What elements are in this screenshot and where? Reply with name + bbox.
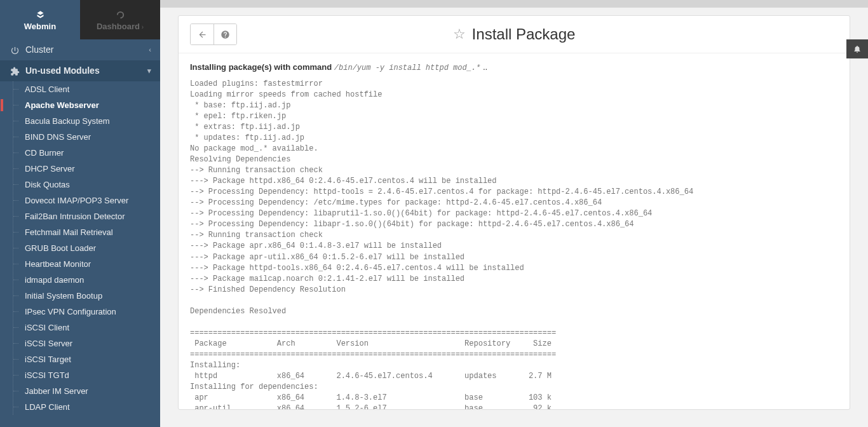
tab-webmin[interactable]: Webmin [0,0,80,39]
panel-body: Installing package(s) with command /bin/… [179,53,850,409]
sidebar-item-label: Fetchmail Mail Retrieval [25,227,113,237]
install-prefix: Installing package(s) with command [190,62,334,72]
sidebar-cat-unused[interactable]: Un-used Modules ▾ [0,60,160,81]
page-title: Install Package [472,25,576,43]
sidebar-item-bind-dns-server[interactable]: BIND DNS Server [13,129,160,145]
sidebar-item-label: ADSL Client [25,85,69,94]
command-output: Loaded plugins: fastestmirror Loading mi… [190,79,838,409]
sidebar-item-label: idmapd daemon [25,275,84,285]
sidebar-cat-cluster-label: Cluster [25,44,53,55]
sidebar-item-label: Dovecot IMAP/POP3 Server [25,196,128,205]
sidebar-item-apache-webserver[interactable]: Apache Webserver [13,97,160,113]
sidebar-item-cd-burner[interactable]: CD Burner [13,145,160,161]
sidebar-item-heartbeat-monitor[interactable]: Heartbeat Monitor [13,256,160,272]
sidebar-item-fetchmail-mail-retrieval[interactable]: Fetchmail Mail Retrieval [13,224,160,240]
sidebar-tabs: Webmin Dashboard › [0,0,160,39]
sidebar-item-label: Bacula Backup System [25,116,110,126]
sidebar-item-label: LDAP Client [25,402,70,412]
install-command: /bin/yum -y install httpd mod_.* [334,64,480,72]
puzzle-icon [9,65,20,76]
sidebar-item-jabber-im-server[interactable]: Jabber IM Server [13,383,160,399]
sidebar-item-iscsi-tgtd[interactable]: iSCSI TGTd [13,367,160,383]
sidebar-item-label: Heartbeat Monitor [25,259,91,269]
sidebar-module-tree: ADSL ClientApache WebserverBacula Backup… [13,81,160,415]
sidebar: Webmin Dashboard › Cluster ‹ Un-used Mod… [0,0,160,427]
sidebar-item-disk-quotas[interactable]: Disk Quotas [13,177,160,193]
sidebar-item-label: CD Burner [25,148,64,158]
bell-icon [853,44,862,53]
tab-dashboard[interactable]: Dashboard › [80,0,160,39]
power-icon [9,44,20,55]
webmin-icon [36,9,45,20]
sidebar-item-label: Jabber IM Server [25,386,88,396]
favorite-star-icon[interactable]: ☆ [453,26,466,43]
sidebar-item-label: Fail2Ban Intrusion Detector [25,212,125,221]
sidebar-item-label: Apache Webserver [25,100,99,110]
sidebar-cat-cluster[interactable]: Cluster ‹ [0,39,160,60]
sidebar-item-label: iSCSI Server [25,339,72,348]
content-panel: ☆ Install Package Installing package(s) … [178,15,850,410]
sidebar-item-label: Disk Quotas [25,180,70,189]
sidebar-item-grub-boot-loader[interactable]: GRUB Boot Loader [13,240,160,256]
chevron-down-icon: ▾ [147,67,151,75]
sidebar-item-label: iSCSI Client [25,323,69,332]
install-command-line: Installing package(s) with command /bin/… [190,62,838,72]
sidebar-item-dhcp-server[interactable]: DHCP Server [13,161,160,177]
sidebar-item-ldap-client[interactable]: LDAP Client [13,399,160,415]
sidebar-item-label: iSCSI Target [25,355,71,364]
sidebar-item-iscsi-server[interactable]: iSCSI Server [13,336,160,351]
notifications-toggle[interactable] [846,39,868,58]
panel-header: ☆ Install Package [179,16,850,53]
nav-buttons [190,24,237,45]
top-strip [160,0,868,8]
sidebar-item-label: DHCP Server [25,164,75,173]
sidebar-item-fail2ban-intrusion-detector[interactable]: Fail2Ban Intrusion Detector [13,208,160,224]
sidebar-item-label: BIND DNS Server [25,132,91,142]
sidebar-item-label: GRUB Boot Loader [25,243,96,253]
tab-webmin-label: Webmin [24,22,56,31]
help-icon [220,30,230,39]
sidebar-cat-unused-label: Un-used Modules [25,65,100,76]
sidebar-item-initial-system-bootup[interactable]: Initial System Bootup [13,288,160,304]
chevron-left-icon: ‹ [149,46,151,53]
back-button[interactable] [191,24,214,44]
main: ☆ Install Package Installing package(s) … [160,0,868,427]
sidebar-item-label: IPsec VPN Configuration [25,307,116,316]
sidebar-item-bacula-backup-system[interactable]: Bacula Backup System [13,113,160,129]
sidebar-item-idmapd-daemon[interactable]: idmapd daemon [13,272,160,288]
sidebar-item-iscsi-client[interactable]: iSCSI Client [13,320,160,336]
tab-dashboard-label: Dashboard › [97,22,144,31]
sidebar-item-dovecot-imap-pop3-server[interactable]: Dovecot IMAP/POP3 Server [13,193,160,208]
dashboard-icon [116,9,125,20]
help-button[interactable] [214,24,236,44]
sidebar-item-label: Initial System Bootup [25,291,102,301]
arrow-left-icon [198,30,207,39]
sidebar-item-ipsec-vpn-configuration[interactable]: IPsec VPN Configuration [13,304,160,320]
install-suffix: .. [480,62,487,72]
sidebar-item-adsl-client[interactable]: ADSL Client [13,81,160,97]
sidebar-item-label: iSCSI TGTd [25,370,69,380]
sidebar-item-iscsi-target[interactable]: iSCSI Target [13,351,160,367]
